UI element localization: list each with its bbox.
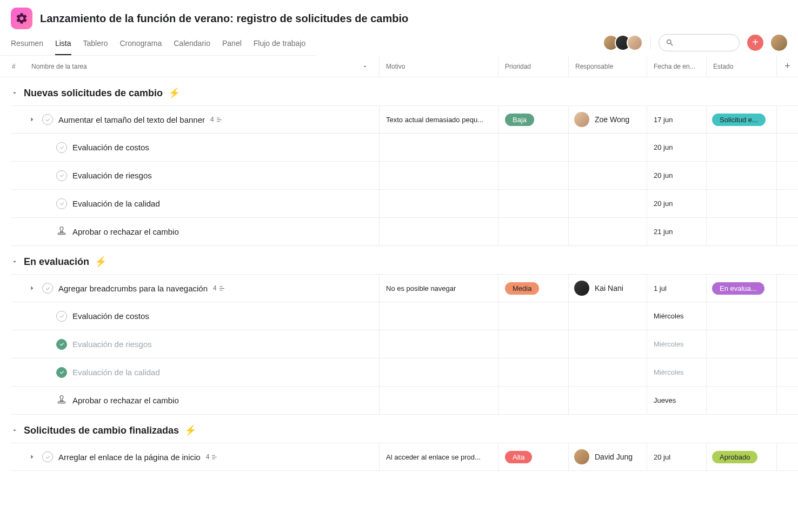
estado-cell[interactable] — [706, 330, 776, 358]
responsable-cell[interactable] — [568, 387, 647, 414]
responsable-cell[interactable] — [568, 302, 647, 330]
col-estado[interactable]: Estado — [706, 56, 776, 77]
motivo-cell[interactable]: Al acceder al enlace se prod... — [379, 443, 498, 470]
task-name-cell[interactable]: Aumentar el tamaño del texto del banner4 — [11, 106, 379, 133]
motivo-cell[interactable] — [379, 134, 498, 161]
col-motivo[interactable]: Motivo — [379, 56, 498, 77]
responsable-cell[interactable] — [568, 358, 647, 386]
prioridad-cell[interactable] — [498, 387, 568, 414]
complete-checkbox[interactable] — [56, 170, 67, 181]
motivo-cell[interactable] — [379, 218, 498, 245]
estado-cell[interactable] — [706, 162, 776, 189]
fecha-cell[interactable]: 20 jun — [647, 162, 706, 189]
tab-tablero[interactable]: Tablero — [83, 34, 108, 55]
table-row[interactable]: Evaluación de riesgos20 jun — [11, 162, 798, 190]
table-row[interactable]: Evaluación de costosMiércoles — [11, 302, 798, 330]
prioridad-cell[interactable] — [498, 218, 568, 245]
task-name-cell[interactable]: Evaluación de costos — [11, 302, 379, 330]
table-row[interactable]: Aprobar o rechazar el cambio21 jun — [11, 218, 798, 246]
prioridad-cell[interactable] — [498, 358, 568, 386]
tab-panel[interactable]: Panel — [222, 34, 242, 55]
motivo-cell[interactable] — [379, 302, 498, 330]
tab-cronograma[interactable]: Cronograma — [119, 34, 162, 55]
table-row[interactable]: Arreglar el enlace de la página de inici… — [11, 443, 798, 471]
motivo-cell[interactable] — [379, 358, 498, 386]
complete-checkbox[interactable] — [56, 142, 67, 153]
fecha-cell[interactable]: 21 jun — [647, 218, 706, 245]
table-row[interactable]: Evaluación de la calidadMiércoles — [11, 358, 798, 387]
task-name-cell[interactable]: Evaluación de riesgos — [11, 330, 379, 358]
motivo-cell[interactable] — [379, 387, 498, 414]
table-row[interactable]: Evaluación de la calidad20 jun — [11, 190, 798, 218]
tab-lista[interactable]: Lista — [55, 34, 71, 55]
prioridad-cell[interactable]: Baja — [498, 106, 568, 133]
task-name-cell[interactable]: Evaluación de la calidad — [11, 358, 379, 386]
responsable-cell[interactable]: David Jung — [568, 443, 647, 470]
estado-cell[interactable] — [706, 190, 776, 217]
responsable-cell[interactable]: Kai Nani — [568, 275, 647, 302]
col-task-name[interactable]: Nombre de la tarea — [27, 63, 379, 70]
complete-checkbox[interactable] — [42, 114, 53, 125]
tab-flujo de trabajo[interactable]: Flujo de trabajo — [254, 34, 306, 55]
estado-cell[interactable]: Solicitud e... — [706, 106, 776, 133]
task-name-cell[interactable]: Evaluación de riesgos — [11, 162, 379, 189]
fecha-cell[interactable]: 17 jun — [647, 106, 706, 133]
table-row[interactable]: Aumentar el tamaño del texto del banner4… — [11, 105, 798, 134]
estado-cell[interactable]: Aprobado — [706, 443, 776, 470]
prioridad-cell[interactable] — [498, 330, 568, 358]
fecha-cell[interactable]: Jueves — [647, 387, 706, 414]
col-responsable[interactable]: Responsable — [568, 56, 647, 77]
task-name-cell[interactable]: Aprobar o rechazar el cambio — [11, 218, 379, 245]
prioridad-cell[interactable]: Alta — [498, 443, 568, 470]
task-name-cell[interactable]: Evaluación de costos — [11, 134, 379, 161]
member-avatars[interactable] — [607, 35, 643, 51]
section-header[interactable]: Solicitudes de cambio finalizadas⚡ — [0, 415, 798, 443]
prioridad-cell[interactable] — [498, 302, 568, 330]
section-header[interactable]: En evaluación⚡ — [0, 246, 798, 274]
estado-cell[interactable] — [706, 302, 776, 330]
estado-cell[interactable] — [706, 387, 776, 414]
table-row[interactable]: Aprobar o rechazar el cambioJueves — [11, 387, 798, 415]
motivo-cell[interactable] — [379, 190, 498, 217]
add-button[interactable]: + — [747, 35, 763, 51]
complete-checkbox[interactable] — [42, 451, 53, 462]
motivo-cell[interactable] — [379, 162, 498, 189]
task-name-cell[interactable]: Agregar breadcrumbs para la navegación4 — [11, 275, 379, 302]
fecha-cell[interactable]: 20 jun — [647, 134, 706, 161]
responsable-cell[interactable] — [568, 162, 647, 189]
col-prioridad[interactable]: Prioridad — [498, 56, 568, 77]
responsable-cell[interactable] — [568, 134, 647, 161]
table-row[interactable]: Agregar breadcrumbs para la navegación4 … — [11, 274, 798, 302]
chevron-down-icon[interactable] — [362, 63, 368, 70]
search-input[interactable] — [659, 34, 740, 51]
fecha-cell[interactable]: 1 jul — [647, 275, 706, 302]
col-fecha[interactable]: Fecha de en... — [647, 56, 706, 77]
estado-cell[interactable] — [706, 134, 776, 161]
table-row[interactable]: Evaluación de riesgosMiércoles — [11, 330, 798, 358]
add-column-button[interactable]: + — [776, 56, 798, 77]
complete-checkbox[interactable] — [56, 311, 67, 322]
responsable-cell[interactable] — [568, 190, 647, 217]
project-title[interactable]: Lanzamiento de la función de verano: reg… — [40, 12, 787, 25]
responsable-cell[interactable] — [568, 218, 647, 245]
fecha-cell[interactable]: 20 jul — [647, 443, 706, 470]
responsable-cell[interactable] — [568, 330, 647, 358]
prioridad-cell[interactable] — [498, 134, 568, 161]
tab-resumen[interactable]: Resumen — [11, 34, 43, 55]
estado-cell[interactable] — [706, 358, 776, 386]
prioridad-cell[interactable] — [498, 162, 568, 189]
task-name-cell[interactable]: Arreglar el enlace de la página de inici… — [11, 443, 379, 470]
responsable-cell[interactable]: Zoe Wong — [568, 106, 647, 133]
fecha-cell[interactable]: 20 jun — [647, 190, 706, 217]
prioridad-cell[interactable]: Media — [498, 275, 568, 302]
fecha-cell[interactable]: Miércoles — [647, 330, 706, 358]
task-name-cell[interactable]: Aprobar o rechazar el cambio — [11, 387, 379, 414]
col-number[interactable]: # — [0, 63, 27, 70]
complete-checkbox[interactable] — [42, 283, 53, 294]
complete-checkbox[interactable] — [56, 367, 67, 378]
motivo-cell[interactable] — [379, 330, 498, 358]
estado-cell[interactable] — [706, 218, 776, 245]
table-row[interactable]: Evaluación de costos20 jun — [11, 134, 798, 162]
fecha-cell[interactable]: Miércoles — [647, 358, 706, 386]
section-header[interactable]: Nuevas solicitudes de cambio⚡ — [0, 77, 798, 105]
